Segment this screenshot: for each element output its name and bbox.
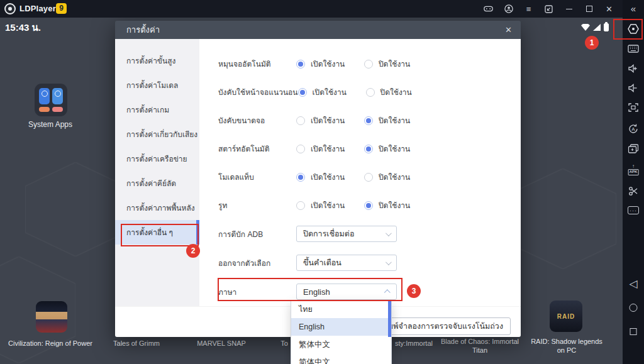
back-icon[interactable]: ◁ xyxy=(629,279,637,289)
app-shortcut-label[interactable]: Blade of Chaos: Immortal Titan xyxy=(433,337,527,355)
home-icon[interactable] xyxy=(630,304,638,312)
settings-app-icon xyxy=(39,88,50,104)
window-titlebar: LDPlayer 9 ≡ ✕ xyxy=(0,0,644,18)
language-option-english[interactable]: English xyxy=(291,318,391,336)
app-shortcut-label[interactable]: MARVEL SNAP xyxy=(197,339,246,347)
radio-enable[interactable]: เปิดใช้งาน xyxy=(296,143,364,155)
svg-text:A: A xyxy=(631,126,635,132)
radio-disable[interactable]: ปิดใช้งาน xyxy=(364,171,432,183)
clock: 15:43 น. xyxy=(5,20,41,35)
dialog-body: การตั้งค่าขั้นสูง การตั้งค่าโมเดล การตั้… xyxy=(115,39,521,306)
radio-icon[interactable] xyxy=(364,173,373,182)
nav-item-background[interactable]: การตั้งค่าภาพพื้นหลัง xyxy=(115,196,199,220)
setting-row-auto-start: สตาร์ทอัตโนมัติ เปิดใช้งาน ปิดใช้งาน xyxy=(218,135,506,163)
nav-item-game[interactable]: การตั้งค่าเกม xyxy=(115,97,199,122)
radio-icon[interactable] xyxy=(296,173,305,182)
chevron-down-icon xyxy=(386,259,392,265)
radio-disable[interactable]: ปิดใช้งาน xyxy=(364,58,432,70)
scrollbar[interactable] xyxy=(388,301,391,337)
language-options-menu: ไทย English 繁体中文 简体中文 xyxy=(291,301,392,364)
settings-panel: หมุนจออัตโนมัติ เปิดใช้งาน ปิดใช้งาน บัง… xyxy=(199,39,521,306)
more-icon[interactable]: ··· xyxy=(628,206,639,214)
close-icon[interactable]: ✕ xyxy=(604,4,614,14)
app-shortcut-label[interactable]: RAID: Shadow legends on PC xyxy=(528,337,606,355)
radio-icon[interactable] xyxy=(366,88,375,97)
nav-item-advanced[interactable]: การตั้งค่าขั้นสูง xyxy=(115,48,199,73)
setting-row-exit-option: ออกจากตัวเลือก ขึ้นคำเตือน xyxy=(218,248,506,277)
status-icons xyxy=(581,23,609,31)
chevron-down-icon xyxy=(386,230,392,236)
radio-disable[interactable]: ปิดใช้งาน xyxy=(364,199,432,211)
radio-icon[interactable] xyxy=(364,145,373,153)
scissors-icon[interactable] xyxy=(628,186,638,196)
radio-icon[interactable] xyxy=(296,145,305,153)
gallery-app-icon xyxy=(52,107,63,112)
raid-app-icon[interactable]: RAID xyxy=(550,301,582,332)
language-option-traditional-chinese[interactable]: 繁体中文 xyxy=(291,336,391,353)
dialog-title: การตั้งค่า xyxy=(126,23,505,36)
volume-up-icon[interactable] xyxy=(628,64,639,73)
volume-down-icon[interactable] xyxy=(628,84,639,92)
battery-icon xyxy=(604,23,609,31)
app-shortcut-label[interactable]: To xyxy=(280,339,288,347)
exit-option-dropdown[interactable]: ขึ้นคำเตือน xyxy=(296,255,397,271)
keyboard-icon[interactable] xyxy=(628,45,639,53)
recents-icon[interactable] xyxy=(630,328,637,335)
annotation-step-2: 2 xyxy=(186,244,200,258)
annotation-step-1: 1 xyxy=(585,36,599,50)
rotate-icon[interactable]: A xyxy=(628,123,639,135)
radio-icon[interactable] xyxy=(296,201,305,210)
radio-icon[interactable] xyxy=(296,116,305,125)
app-name: LDPlayer xyxy=(19,4,56,13)
dialog-titlebar: การตั้งค่า ✕ xyxy=(115,21,521,39)
radio-disable[interactable]: ปิดใช้งาน xyxy=(364,114,432,126)
adb-dropdown[interactable]: ปิดการเชื่อมต่อ xyxy=(296,226,397,242)
ldplayer-logo-icon xyxy=(4,3,16,14)
side-toolbar: « A ↑ APK ··· ◁ xyxy=(623,0,644,364)
radio-enable[interactable]: เปิดใช้งาน xyxy=(296,171,364,183)
fullscreen-icon[interactable] xyxy=(628,103,638,112)
ldplayer-window: LDPlayer 9 ≡ ✕ « xyxy=(0,0,644,364)
radio-enable[interactable]: เปิดใช้งาน xyxy=(296,114,364,126)
nav-item-model[interactable]: การตั้งค่าโมเดล xyxy=(115,73,199,97)
radio-icon[interactable] xyxy=(364,201,373,210)
setting-row-auto-rotate: หมุนจออัตโนมัติ เปิดใช้งาน ปิดใช้งาน xyxy=(218,50,506,78)
collapse-toolbar-icon[interactable]: « xyxy=(631,4,636,13)
multi-window-icon[interactable] xyxy=(628,144,639,153)
nav-item-shortcut[interactable]: การตั้งค่าคีย์ลัด xyxy=(115,171,199,196)
account-icon[interactable] xyxy=(504,4,513,14)
radio-enable[interactable]: เปิดใช้งาน xyxy=(298,86,366,98)
resize-window-icon[interactable] xyxy=(544,4,553,14)
window-controls: ≡ ✕ xyxy=(484,0,614,18)
radio-enable[interactable]: เปิดใช้งาน xyxy=(296,199,364,211)
radio-icon[interactable] xyxy=(298,88,307,97)
nav-item-network[interactable]: การตั้งค่าเครือข่าย xyxy=(115,146,199,171)
gamepad-icon[interactable] xyxy=(484,4,493,14)
radio-enable[interactable]: เปิดใช้งาน xyxy=(296,58,364,70)
setting-row-adb-debug: การดีบัก ADB ปิดการเชื่อมต่อ xyxy=(218,219,506,248)
language-option-thai[interactable]: ไทย xyxy=(291,301,391,318)
setting-row-force-landscape: บังคับใช้หน้าจอแนวนอน เปิดใช้งาน ปิดใช้ง… xyxy=(218,78,506,106)
radio-icon[interactable] xyxy=(364,116,373,125)
radio-icon[interactable] xyxy=(296,60,305,69)
browser-app-icon xyxy=(52,88,63,104)
nav-item-sound[interactable]: การตั้งค่าเกี่ยวกับเสียง xyxy=(115,122,199,146)
radio-icon[interactable] xyxy=(364,60,373,69)
dialog-close-icon[interactable]: ✕ xyxy=(505,25,512,35)
hexagon-decoration xyxy=(25,162,126,256)
radio-disable[interactable]: ปิดใช้งาน xyxy=(366,86,434,98)
apk-install-icon[interactable]: ↑ APK xyxy=(628,164,639,175)
maximize-icon[interactable] xyxy=(584,4,594,14)
files-app-icon xyxy=(39,107,50,112)
app-shortcut-label[interactable]: Civilization: Reign of Power xyxy=(8,339,92,347)
menu-icon[interactable]: ≡ xyxy=(524,4,533,14)
civilization-app-icon[interactable] xyxy=(36,301,67,333)
setting-row-force-size: บังคับขนาดจอ เปิดใช้งาน ปิดใช้งาน xyxy=(218,106,506,135)
annotation-box-settings xyxy=(613,19,643,40)
system-apps-folder[interactable] xyxy=(35,84,67,116)
language-option-simplified-chinese[interactable]: 简体中文 xyxy=(291,353,391,364)
minimize-icon[interactable] xyxy=(564,4,574,14)
app-shortcut-label[interactable]: Tales of Grimm xyxy=(113,339,160,347)
radio-disable[interactable]: ปิดใช้งาน xyxy=(364,143,432,155)
app-shortcut-label[interactable]: sty:Immortal xyxy=(395,339,433,347)
